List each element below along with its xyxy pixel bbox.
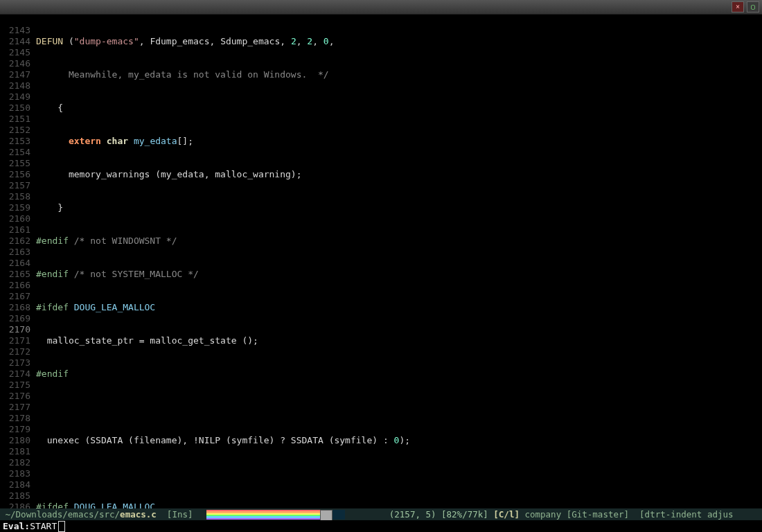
mode-line-path <box>0 509 6 520</box>
code-text <box>36 402 762 413</box>
line-number: 2162 <box>0 236 30 247</box>
mode-line-minor-mode[interactable]: company <box>524 509 561 520</box>
line-number: 2154 <box>0 147 30 158</box>
mode-line-insert-state: [Ins] <box>167 509 193 520</box>
line-number: 2185 <box>0 490 30 502</box>
line-number: 2165 <box>0 269 30 280</box>
line-number: 2161 <box>0 224 30 236</box>
emacs-window: × ▢ 214321442145214621472148214921502151… <box>0 0 762 532</box>
line-number: 2169 <box>0 313 30 324</box>
line-number: 2152 <box>0 125 30 136</box>
code-text: memory_warnings (my_edata, malloc_warnin… <box>36 169 302 179</box>
line-number: 2175 <box>0 380 30 391</box>
line-number: 2176 <box>0 391 30 402</box>
line-number: 2151 <box>0 114 30 125</box>
line-number: 2186 <box>0 502 30 508</box>
nyan-cat-progress[interactable] <box>206 510 345 520</box>
code-buffer[interactable]: DEFUN ("dump-emacs", Fdump_emacs, Sdump_… <box>36 14 762 508</box>
line-number: 2158 <box>0 191 30 202</box>
window-maximize-button[interactable]: ▢ <box>747 1 759 12</box>
line-number: 2153 <box>0 136 30 147</box>
line-number: 2181 <box>0 446 30 457</box>
line-number: 2148 <box>0 80 30 91</box>
mode-line-percent: [82%/77k] <box>441 509 488 520</box>
line-number: 2177 <box>0 402 30 413</box>
mode-line-buffer-name[interactable]: emacs.c <box>120 509 157 520</box>
mode-line-minor-mode[interactable]: [dtrt-indent adjus <box>639 509 733 520</box>
mode-line-major-mode[interactable]: [C/l] <box>493 509 520 520</box>
line-number: 2180 <box>0 435 30 446</box>
minibuffer-input[interactable]: START <box>30 521 57 532</box>
line-number: 2173 <box>0 357 30 369</box>
nyan-trail-icon <box>206 510 320 520</box>
line-number: 2178 <box>0 413 30 424</box>
code-text: } <box>36 202 63 213</box>
mode-line-path: ~/Downloads/emacs/src/ <box>6 509 121 520</box>
line-number: 2168 <box>0 302 30 313</box>
line-number: 2182 <box>0 457 30 468</box>
line-number: 2172 <box>0 346 30 357</box>
line-number: 2143 <box>0 25 30 36</box>
line-number: 2145 <box>0 47 30 58</box>
line-number: 2147 <box>0 69 30 80</box>
line-number: 2149 <box>0 91 30 103</box>
line-number: 2157 <box>0 180 30 191</box>
editor-area[interactable]: 2143214421452146214721482149215021512152… <box>0 14 762 508</box>
nyan-cat-icon <box>320 510 333 521</box>
line-number: 2171 <box>0 335 30 346</box>
defun-macro: DEFUN <box>36 36 63 46</box>
mode-line-position: (2157, 5) <box>389 509 436 520</box>
line-number: 2179 <box>0 424 30 435</box>
mode-line[interactable]: ~/Downloads/emacs/src/emacs.c [Ins] (215… <box>0 508 762 520</box>
line-number-gutter: 2143214421452146214721482149215021512152… <box>0 14 36 508</box>
line-number: 2150 <box>0 103 30 114</box>
line-number: 2155 <box>0 158 30 169</box>
line-number: 2170 <box>0 324 30 335</box>
line-number: 2174 <box>0 369 30 380</box>
line-number: 2144 <box>0 36 30 47</box>
mode-line-vc[interactable]: [Git-master] <box>567 509 629 520</box>
line-number: 2156 <box>0 169 30 180</box>
line-number: 2146 <box>0 58 30 69</box>
line-number: 2166 <box>0 280 30 291</box>
code-text: malloc_state_ptr = malloc_get_state (); <box>36 335 258 346</box>
line-number: 2159 <box>0 202 30 213</box>
window-close-button[interactable]: × <box>732 1 744 12</box>
minibuffer-cursor <box>58 521 65 532</box>
code-text: Meanwhile, my_edata is not valid on Wind… <box>36 69 329 80</box>
line-number: 2163 <box>0 247 30 258</box>
line-number: 2183 <box>0 468 30 479</box>
line-number: 2164 <box>0 258 30 269</box>
minibuffer[interactable]: Eval: START <box>0 520 762 532</box>
window-titlebar: × ▢ <box>0 0 762 15</box>
close-icon: × <box>736 1 740 12</box>
line-number: 2184 <box>0 479 30 490</box>
line-number: 2160 <box>0 213 30 224</box>
minibuffer-prompt: Eval: <box>3 521 30 532</box>
maximize-icon: ▢ <box>751 1 755 12</box>
code-text: { <box>36 103 63 113</box>
code-text <box>36 468 762 479</box>
line-number: 2167 <box>0 291 30 302</box>
